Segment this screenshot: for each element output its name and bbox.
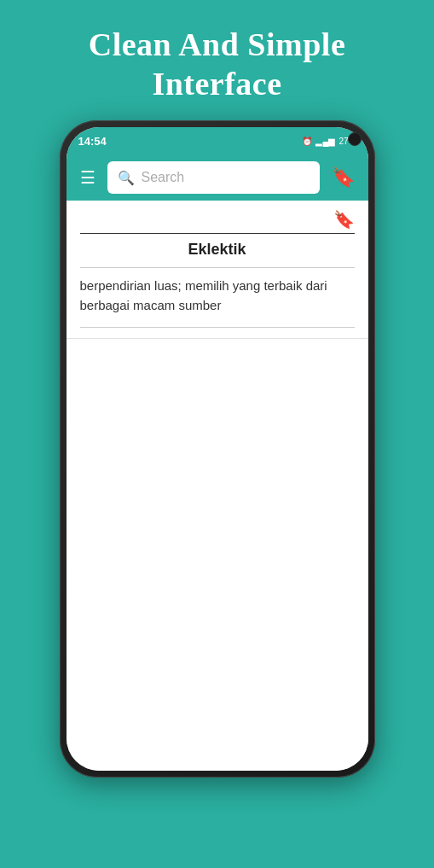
status-time: 14:54 xyxy=(78,135,107,148)
headline-line2: Interface xyxy=(152,66,281,102)
search-icon: 🔍 xyxy=(118,170,135,186)
word-title: Eklektik xyxy=(80,241,355,259)
phone-shell: 14:54 ⏰ ▂▄▆ 27% ☰ 🔍 Search 🔖 xyxy=(60,120,375,778)
word-title-divider xyxy=(80,233,355,234)
toolbar: ☰ 🔍 Search 🔖 xyxy=(67,154,368,201)
app-headline: Clean And Simple Interface xyxy=(55,0,380,120)
content-area: 🔖 Eklektik berpendirian luas; memilih ya… xyxy=(67,201,368,771)
word-card: 🔖 Eklektik berpendirian luas; memilih ya… xyxy=(67,201,368,339)
bookmark-toolbar-icon[interactable]: 🔖 xyxy=(328,163,358,192)
search-input[interactable]: Search xyxy=(142,170,185,185)
word-definition: berpendirian luas; memilih yang terbaik … xyxy=(80,277,355,318)
headline-line1: Clean And Simple xyxy=(89,26,346,62)
alarm-icon: ⏰ xyxy=(302,137,312,146)
word-divider-bottom xyxy=(80,267,355,268)
hamburger-icon[interactable]: ☰ xyxy=(77,164,99,191)
camera-notch xyxy=(348,132,362,146)
search-bar[interactable]: 🔍 Search xyxy=(107,161,320,194)
signal-icon: ▂▄▆ xyxy=(315,137,335,146)
word-card-header: 🔖 xyxy=(80,209,355,230)
status-bar: 14:54 ⏰ ▂▄▆ 27% xyxy=(67,127,368,154)
phone-screen: 14:54 ⏰ ▂▄▆ 27% ☰ 🔍 Search 🔖 xyxy=(67,127,368,771)
bookmark-card-icon[interactable]: 🔖 xyxy=(333,209,355,230)
word-def-divider xyxy=(80,327,355,328)
